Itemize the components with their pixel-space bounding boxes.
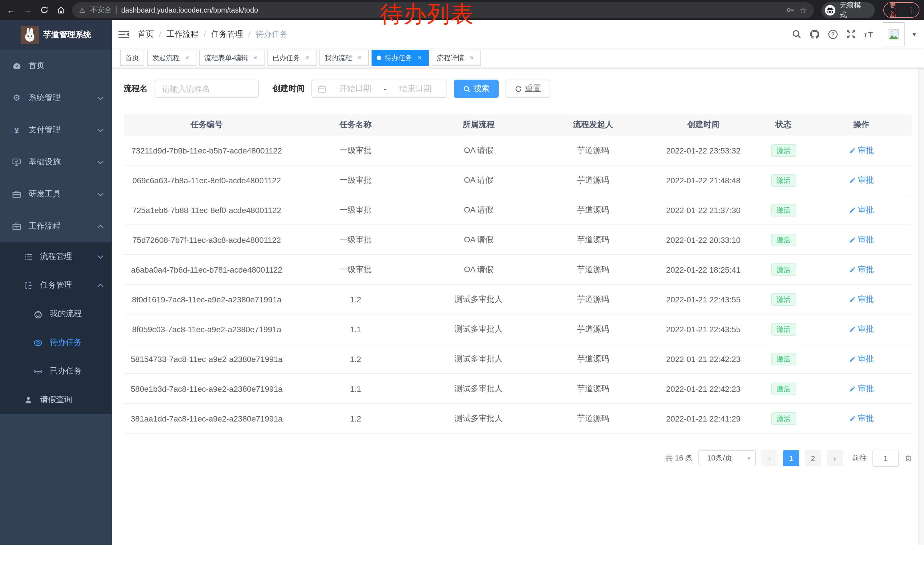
prev-page-button[interactable]: ‹: [761, 450, 777, 466]
page-button-1[interactable]: 1: [783, 450, 799, 466]
browser-reload-button[interactable]: [38, 4, 50, 17]
task-id-cell: 58154733-7ac8-11ec-a9e2-a2380e71991a: [124, 344, 290, 374]
starter-cell: 芋道源码: [536, 225, 650, 255]
close-icon[interactable]: ×: [251, 54, 260, 62]
approve-link[interactable]: 审批: [849, 145, 874, 156]
approve-link[interactable]: 审批: [849, 383, 874, 394]
col-created: 创建时间: [650, 114, 756, 136]
task-name-cell: 一级审批: [290, 225, 422, 255]
approve-link[interactable]: 审批: [849, 264, 874, 275]
status-badge: 激活: [771, 233, 796, 246]
browser-forward-button[interactable]: →: [21, 4, 34, 17]
create-time-label: 创建时间: [273, 84, 304, 94]
page-size-select[interactable]: 10条/页 ▾: [699, 450, 756, 466]
task-name-cell: 1.2: [290, 344, 422, 374]
font-size-icon[interactable]: TT: [864, 30, 875, 38]
fullscreen-icon[interactable]: [846, 29, 856, 39]
chevron-down-icon: [98, 160, 104, 164]
breadcrumb-task-management[interactable]: 任务管理: [204, 29, 243, 39]
tab-process-form-edit[interactable]: 流程表单-编辑×: [199, 50, 264, 66]
tab-process-detail[interactable]: 流程详情×: [432, 50, 481, 66]
close-icon[interactable]: ×: [183, 54, 191, 62]
browser-home-button[interactable]: [54, 4, 67, 17]
sidebar-item-infrastructure[interactable]: 基础设施: [0, 146, 112, 178]
search-icon[interactable]: [792, 29, 801, 39]
breadcrumb-home[interactable]: 首页: [138, 29, 154, 39]
page-scrollbar[interactable]: [918, 20, 924, 545]
app-logo-rabbit-image: [20, 26, 39, 44]
reset-button[interactable]: 重置: [506, 80, 550, 98]
sidebar-item-payment[interactable]: ¥ 支付管理: [0, 114, 112, 146]
process-cell: 测试多审批人: [422, 314, 536, 344]
sidebar-item-label: 请假查询: [40, 395, 104, 405]
approve-link[interactable]: 审批: [849, 294, 874, 305]
sidebar-item-process-management[interactable]: 流程管理: [0, 242, 112, 271]
goto-page-input[interactable]: [873, 450, 899, 467]
sidebar-item-label: 基础设施: [28, 157, 98, 167]
close-icon[interactable]: ×: [416, 54, 424, 62]
breadcrumb-workflow[interactable]: 工作流程: [159, 29, 199, 39]
search-button[interactable]: 搜索: [454, 80, 499, 98]
tab-start-process[interactable]: 发起流程×: [147, 50, 196, 66]
sidebar-collapse-icon[interactable]: [118, 30, 129, 39]
task-name-cell: 1.2: [290, 284, 422, 314]
sidebar-item-task-management[interactable]: 任务管理: [0, 271, 112, 300]
app-logo-row[interactable]: 芋道管理系统: [0, 20, 112, 50]
user-avatar-broken-image[interactable]: [883, 22, 904, 46]
sidebar-item-my-process[interactable]: 我的流程: [0, 300, 112, 328]
github-icon[interactable]: [810, 29, 820, 39]
key-icon[interactable]: [786, 6, 795, 14]
sidebar-item-workflow[interactable]: 工作流程: [0, 210, 112, 242]
tab-done-tasks[interactable]: 已办任务×: [267, 50, 316, 66]
approve-link[interactable]: 审批: [849, 205, 874, 215]
tab-home[interactable]: 首页: [120, 50, 144, 66]
close-icon[interactable]: ×: [356, 54, 363, 62]
create-time-range-picker[interactable]: 开始日期 - 结束日期: [311, 80, 447, 98]
process-name-input[interactable]: [154, 80, 259, 98]
breadcrumb-current: 待办任务: [249, 29, 288, 39]
sidebar-item-system[interactable]: ⚙ 系统管理: [0, 82, 112, 114]
page-button-2[interactable]: 2: [805, 450, 821, 466]
task-name-cell: 一级审批: [290, 255, 422, 284]
sidebar-item-done-tasks[interactable]: 已办任务: [0, 357, 112, 386]
table-row: 73211d9d-7b9b-11ec-b5b7-acde48001122 一级审…: [124, 136, 912, 165]
approve-link[interactable]: 审批: [849, 175, 874, 185]
tab-label: 流程表单-编辑: [204, 53, 248, 63]
browser-update-menu-button[interactable]: 更新 ⋮: [883, 2, 920, 18]
created-cell: 2022-01-22 23:53:32: [650, 136, 756, 165]
process-name-label: 流程名: [124, 84, 148, 94]
sidebar-item-dev-tools[interactable]: 研发工具: [0, 178, 112, 210]
approve-link[interactable]: 审批: [849, 234, 874, 245]
help-icon[interactable]: ?: [828, 29, 838, 39]
tab-my-process[interactable]: 我的流程×: [320, 50, 369, 66]
sidebar-item-leave-query[interactable]: 请假查询: [0, 386, 112, 414]
approve-link[interactable]: 审批: [849, 324, 874, 334]
incognito-badge: 无痕模式: [821, 2, 874, 18]
page-unit-label: 页: [904, 453, 912, 463]
approve-link[interactable]: 审批: [849, 413, 874, 423]
sidebar-item-label: 任务管理: [40, 280, 98, 290]
table-row: 069c6a63-7b8a-11ec-8ef0-acde48001122 一级审…: [124, 165, 912, 195]
table-row: 381aa1dd-7ac8-11ec-a9e2-a2380e71991a 1.2…: [124, 404, 912, 433]
avatar-dropdown-caret-icon[interactable]: ▾: [912, 30, 916, 38]
created-cell: 2022-01-22 20:33:10: [650, 225, 756, 255]
sidebar-item-home[interactable]: 首页: [0, 50, 112, 82]
browser-back-button[interactable]: ←: [4, 4, 17, 17]
address-bar[interactable]: ⚠ 不安全 dashboard.yudao.iocoder.cn/bpm/tas…: [72, 2, 814, 18]
process-cell: OA 请假: [422, 255, 536, 284]
starter-cell: 芋道源码: [536, 255, 650, 284]
table-row: 725a1eb6-7b88-11ec-8ef0-acde48001122 一级审…: [124, 195, 912, 225]
bookmark-star-icon[interactable]: ☆: [800, 5, 807, 15]
sidebar-item-label: 系统管理: [28, 93, 98, 103]
next-page-button[interactable]: ›: [826, 450, 843, 466]
close-icon[interactable]: ×: [303, 54, 311, 62]
person-icon: [23, 395, 33, 404]
pagination: 共 16 条 10条/页 ▾ ‹ 1 2 › 前往 页: [124, 450, 912, 467]
close-icon[interactable]: ×: [468, 54, 476, 62]
tab-todo-tasks[interactable]: 待办任务×: [372, 50, 429, 66]
breadcrumb: 首页 工作流程 任务管理 待办任务: [138, 29, 288, 39]
approve-link[interactable]: 审批: [849, 354, 874, 364]
sidebar-item-todo-tasks[interactable]: 待办任务: [0, 328, 112, 357]
table-row: 580e1b3d-7ac8-11ec-a9e2-a2380e71991a 1.1…: [124, 374, 912, 404]
robot-icon: [33, 309, 43, 319]
